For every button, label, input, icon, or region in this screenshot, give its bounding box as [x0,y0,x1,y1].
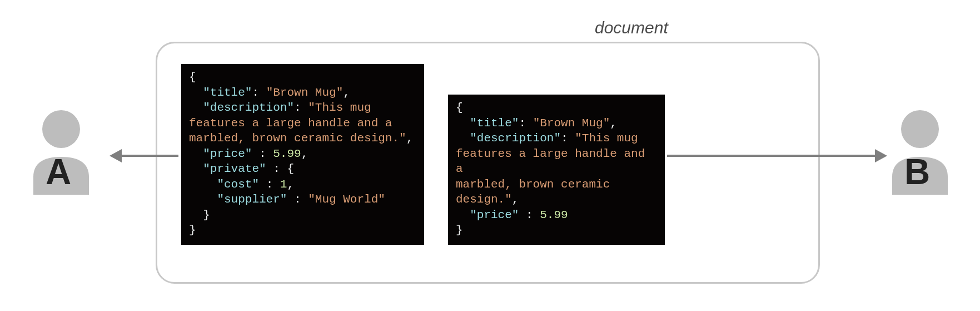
document-label: document [595,18,668,37]
user-a-label: A [46,151,71,192]
json-key: "description" [203,101,294,114]
json-string: features a large handle and a [456,147,645,176]
json-string: "This mug [308,101,371,114]
json-string: marbled, brown ceramic design." [456,178,610,206]
json-string: "Brown Mug" [266,86,344,99]
svg-point-1 [901,110,939,148]
json-string: "Mug World" [308,193,385,206]
json-public-document: { "title": "Brown Mug", "description": "… [448,95,665,245]
arrow-to-user-b [667,155,877,157]
svg-point-0 [42,110,80,148]
json-string: marbled, brown ceramic design." [189,132,406,145]
json-number: 5.99 [540,209,568,221]
json-string: "Brown Mug" [533,117,610,130]
json-key: "cost" [217,178,259,191]
brace: } [456,224,463,236]
json-full-document: { "title": "Brown Mug", "description": "… [181,64,424,245]
brace: } [189,224,196,236]
diagram-stage: document A B { "title": "Brown Mug", "de… [0,0,980,311]
json-number: 5.99 [273,147,301,160]
json-key: "title" [470,117,519,130]
json-key: "price" [203,147,252,160]
arrow-to-user-a [120,155,178,157]
arrowhead-right-icon [875,149,887,162]
json-key: "price" [470,209,519,221]
json-key: "private" [203,162,266,175]
json-key: "supplier" [217,193,287,206]
json-key: "title" [203,86,252,99]
arrowhead-left-icon [110,149,122,162]
json-string: "This mug [575,132,638,145]
brace: { [189,71,196,83]
user-b-label: B [904,151,930,192]
json-number: 1 [280,178,287,191]
brace: { [456,101,463,114]
json-string: features a large handle and a [189,117,392,130]
json-key: "description" [470,132,561,145]
